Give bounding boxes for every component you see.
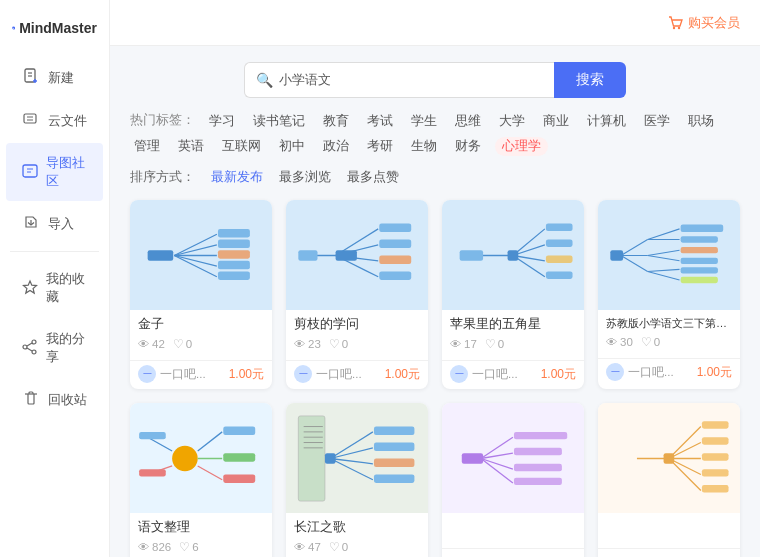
svg-point-21 (678, 26, 680, 28)
card-1-title: 金子 (138, 316, 264, 333)
sidebar-item-cloud[interactable]: 云文件 (6, 100, 103, 141)
purchase-button[interactable]: 购买会员 (668, 14, 740, 32)
card-3-info: 苹果里的五角星 👁 17 ♡ 0 (442, 310, 584, 360)
card-8-title (606, 519, 732, 535)
svg-line-106 (669, 426, 701, 458)
svg-line-25 (174, 255, 217, 266)
card-4-thumb (598, 200, 740, 310)
card-3-thumb (442, 200, 584, 310)
sidebar-item-new[interactable]: 新建 (6, 57, 103, 98)
svg-point-20 (673, 26, 675, 28)
svg-rect-94 (374, 442, 414, 451)
tag-university[interactable]: 大学 (495, 112, 529, 131)
tag-management[interactable]: 管理 (130, 137, 164, 156)
sort-most-viewed[interactable]: 最多浏览 (279, 168, 331, 186)
purchase-label: 购买会员 (688, 14, 740, 32)
card-1-info: 金子 👁 42 ♡ 0 (130, 310, 272, 360)
sidebar-item-new-label: 新建 (48, 69, 74, 87)
svg-rect-93 (374, 426, 414, 435)
svg-line-23 (174, 244, 217, 255)
svg-line-100 (481, 458, 513, 482)
tag-biology[interactable]: 生物 (407, 137, 441, 156)
tag-business[interactable]: 商业 (539, 112, 573, 131)
svg-line-60 (648, 250, 680, 255)
svg-line-89 (330, 447, 373, 458)
tag-finance[interactable]: 财务 (451, 137, 485, 156)
tag-workplace[interactable]: 职场 (684, 112, 718, 131)
card-6-views: 👁 47 (294, 541, 321, 553)
card-2-thumb (286, 200, 428, 310)
sort-most-liked[interactable]: 最多点赞 (347, 168, 399, 186)
svg-rect-115 (702, 453, 729, 460)
card-4-avatar: 一 (606, 363, 624, 381)
card-4-stats: 👁 30 ♡ 0 (606, 335, 732, 349)
sidebar-item-favorites[interactable]: 我的收藏 (6, 259, 103, 317)
card-1-avatar: 一 (138, 365, 156, 383)
tag-grad-exam[interactable]: 考研 (363, 137, 397, 156)
card-8[interactable] (598, 403, 740, 557)
svg-rect-49 (460, 250, 483, 261)
svg-line-58 (648, 228, 680, 239)
logo-icon: M (12, 14, 15, 42)
sidebar-item-share-label: 我的分享 (46, 330, 87, 366)
card-8-info (598, 513, 740, 548)
tag-psychology[interactable]: 心理学 (495, 137, 548, 156)
tag-thinking[interactable]: 思维 (451, 112, 485, 131)
svg-line-99 (481, 458, 513, 469)
sidebar-item-community[interactable]: 导图社区 (6, 143, 103, 201)
svg-rect-27 (148, 250, 174, 261)
svg-rect-39 (336, 250, 357, 261)
card-1-thumb (130, 200, 272, 310)
card-1[interactable]: 金子 👁 42 ♡ 0 一 一口吧... 1.00元 (130, 200, 272, 389)
card-1-views: 👁 42 (138, 338, 165, 350)
trash-icon (22, 390, 40, 409)
tag-computer[interactable]: 计算机 (583, 112, 630, 131)
svg-rect-51 (546, 223, 573, 230)
main-content: 购买会员 🔍 搜索 热门标签： 学习 读书笔记 教育 考试 学生 思维 大学 商… (110, 0, 760, 557)
card-2-mindmap (293, 206, 421, 305)
sidebar-item-share[interactable]: 我的分享 (6, 319, 103, 377)
card-2[interactable]: 剪枝的学问 👁 23 ♡ 0 一 一口吧... 1.00元 (286, 200, 428, 389)
search-button[interactable]: 搜索 (554, 62, 626, 98)
card-3-stats: 👁 17 ♡ 0 (450, 337, 576, 351)
card-2-title: 剪枝的学问 (294, 316, 420, 333)
card-6-info: 长江之歌 👁 47 ♡ 0 (286, 513, 428, 557)
tag-medicine[interactable]: 医学 (640, 112, 674, 131)
card-1-mindmap (137, 206, 265, 305)
svg-rect-92 (325, 453, 336, 464)
tag-exam[interactable]: 考试 (363, 112, 397, 131)
svg-rect-7 (24, 114, 36, 123)
sidebar-item-trash[interactable]: 回收站 (6, 379, 103, 420)
card-7-footer (442, 548, 584, 557)
card-6[interactable]: 长江之歌 👁 47 ♡ 0 克 克莱茵 2.00元 (286, 403, 428, 557)
svg-rect-10 (23, 165, 37, 177)
card-3[interactable]: 苹果里的五角星 👁 17 ♡ 0 一 一口吧... 1.00元 (442, 200, 584, 389)
search-input[interactable] (244, 62, 554, 98)
tag-reading-notes[interactable]: 读书笔记 (249, 112, 309, 131)
svg-rect-78 (223, 453, 255, 462)
svg-rect-101 (462, 453, 483, 464)
card-4[interactable]: 苏教版小学语文三下第三单元思维导图 👁 30 ♡ 0 一 一口吧... 1.00… (598, 200, 740, 389)
card-2-footer: 一 一口吧... 1.00元 (286, 360, 428, 389)
tag-internet[interactable]: 互联网 (218, 137, 265, 156)
tag-education[interactable]: 教育 (319, 112, 353, 131)
logo: M MindMaster (0, 0, 109, 56)
card-7[interactable] (442, 403, 584, 557)
sidebar-item-import[interactable]: 导入 (6, 203, 103, 244)
card-8-thumb (598, 403, 740, 513)
tag-student[interactable]: 学生 (407, 112, 441, 131)
tag-middle-school[interactable]: 初中 (275, 137, 309, 156)
card-5[interactable]: 语文整理 👁 826 ♡ 6 1 18745... 免费 (130, 403, 272, 557)
card-4-title: 苏教版小学语文三下第三单元思维导图 (606, 316, 732, 331)
card-7-title (450, 519, 576, 535)
tag-politics[interactable]: 政治 (319, 137, 353, 156)
sort-newest[interactable]: 最新发布 (211, 168, 263, 186)
tag-english[interactable]: 英语 (174, 137, 208, 156)
card-3-footer: 一 一口吧... 1.00元 (442, 360, 584, 389)
sidebar: M MindMaster 新建 云文件 导图社区 导入 我的收藏 (0, 0, 110, 557)
tag-learning[interactable]: 学习 (205, 112, 239, 131)
search-input-wrap: 🔍 (244, 62, 554, 98)
card-3-views: 👁 17 (450, 338, 477, 350)
card-1-author: 一 一口吧... (138, 365, 206, 383)
card-6-likes: ♡ 0 (329, 540, 348, 554)
